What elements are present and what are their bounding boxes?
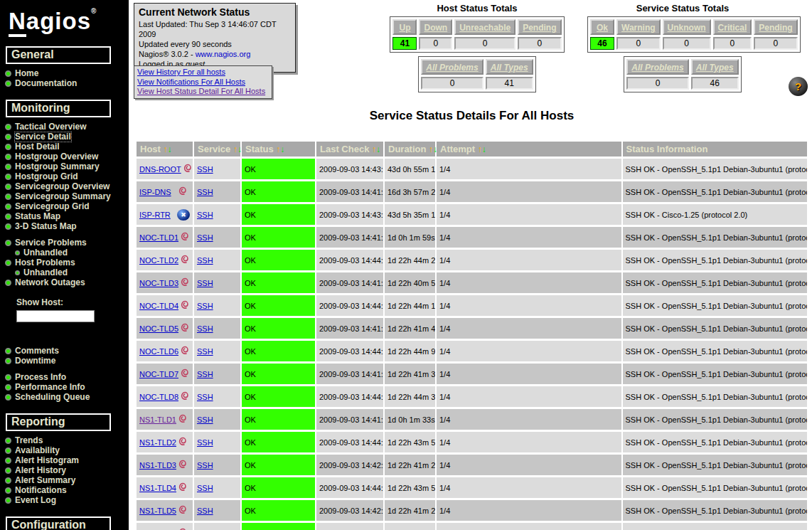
sidebar-item[interactable]: Servicegroup Summary xyxy=(5,192,129,201)
view-link[interactable]: View Notifications For All Hosts xyxy=(137,78,269,88)
host-total-header-link[interactable]: Pending xyxy=(523,23,556,33)
host-link[interactable]: NS1-TLD2 xyxy=(139,438,176,447)
sidebar-item[interactable]: Scheduling Queue xyxy=(5,393,129,402)
sidebar-item[interactable]: Unhandled xyxy=(15,268,129,277)
sidebar-item[interactable]: Alert History xyxy=(5,466,129,475)
service-total-header-link[interactable]: Ok xyxy=(597,23,608,33)
sidebar-item[interactable]: Performance Info xyxy=(5,383,129,392)
attempt-cell: 1/4 xyxy=(437,159,621,179)
sidebar-item[interactable]: Home xyxy=(5,69,129,78)
service-link[interactable]: SSH xyxy=(197,484,213,492)
service-link[interactable]: SSH xyxy=(197,188,213,196)
sidebar-item[interactable]: Service Detail xyxy=(5,132,129,142)
host-total-header-link[interactable]: Unreachable xyxy=(459,23,511,33)
host-total-header-link[interactable]: Up xyxy=(399,23,410,33)
service-link[interactable]: SSH xyxy=(197,324,213,333)
host-link[interactable]: NOC-TLD3 xyxy=(139,279,178,287)
sort-descending-icon[interactable] xyxy=(168,144,172,154)
service-link[interactable]: SSH xyxy=(197,370,213,378)
service-link[interactable]: SSH xyxy=(197,461,213,470)
service-link[interactable]: SSH xyxy=(197,279,213,287)
sidebar-item[interactable]: Hostgroup Summary xyxy=(5,162,129,171)
host-summary-header-link[interactable]: All Types xyxy=(491,63,528,73)
green-dot-icon xyxy=(5,497,11,504)
nagios-org-link[interactable]: www.nagios.org xyxy=(196,50,251,58)
sidebar-item[interactable]: Comments xyxy=(5,346,129,356)
sidebar-item[interactable]: Host Problems xyxy=(5,258,129,267)
host-link[interactable]: ISP-DNS xyxy=(139,188,171,196)
last-check-cell: 2009-09-03 14:44:10 xyxy=(316,295,383,316)
sort-descending-icon[interactable] xyxy=(376,144,380,154)
attempt-cell: 1/4 xyxy=(437,227,621,248)
sidebar-item[interactable]: Availability xyxy=(5,446,129,455)
attempt-cell: 1/4 xyxy=(437,181,621,202)
service-link[interactable]: SSH xyxy=(197,302,213,310)
sort-descending-icon[interactable] xyxy=(237,144,242,154)
sidebar-item[interactable]: Status Map xyxy=(5,212,129,221)
service-total-header-link[interactable]: Unknown xyxy=(668,23,706,33)
sidebar-item[interactable]: Unhandled xyxy=(15,248,129,258)
sidebar-item[interactable]: Trends xyxy=(5,436,129,445)
column-header: Duration xyxy=(385,142,435,157)
sidebar-item[interactable]: Alert Summary xyxy=(5,476,129,485)
status-cell: OK xyxy=(242,500,315,521)
last-check-cell: 2009-09-03 14:44:43 xyxy=(316,523,383,530)
service-total-header-link[interactable]: Pending xyxy=(759,23,792,33)
sidebar-item[interactable]: Tactical Overview xyxy=(5,122,129,132)
host-link[interactable]: DNS-ROOT xyxy=(139,165,181,174)
host-link[interactable]: NS1-TLD3 xyxy=(139,461,176,470)
view-link[interactable]: View Host Status Detail For All Hosts xyxy=(137,87,269,97)
sidebar-item[interactable]: Alert Histogram xyxy=(5,456,129,465)
service-link[interactable]: SSH xyxy=(197,438,213,447)
host-link[interactable]: NOC-TLD4 xyxy=(139,302,178,310)
sidebar-item[interactable]: Notifications xyxy=(5,486,129,495)
sort-descending-icon[interactable] xyxy=(482,144,486,154)
sidebar-item[interactable]: Process Info xyxy=(5,373,129,382)
service-link[interactable]: SSH xyxy=(197,233,213,242)
sidebar-item[interactable]: Documentation xyxy=(5,79,129,88)
status-info-cell: SSH OK - OpenSSH_5.1p1 Debian-3ubuntu1 (… xyxy=(623,227,808,248)
host-link[interactable]: ISP-RTR xyxy=(139,211,171,219)
green-dot-icon xyxy=(5,124,11,130)
host-link[interactable]: NS1-TLD5 xyxy=(139,507,176,515)
host-summary-header-link[interactable]: All Problems xyxy=(426,63,478,73)
host-link[interactable]: NOC-TLD5 xyxy=(139,324,178,333)
host-link[interactable]: NOC-TLD8 xyxy=(139,393,178,401)
service-link[interactable]: SSH xyxy=(197,211,213,219)
service-link[interactable]: SSH xyxy=(197,393,213,401)
last-check-cell: 2009-09-03 14:41:47 xyxy=(316,364,383,384)
view-link[interactable]: View History For all hosts xyxy=(137,68,269,78)
sort-descending-icon[interactable] xyxy=(280,144,284,154)
sidebar-item[interactable]: Servicegroup Overview xyxy=(5,182,129,191)
host-total-header-link[interactable]: Down xyxy=(424,23,447,33)
sidebar-item[interactable]: Hostgroup Grid xyxy=(5,172,129,181)
service-summary-header-link[interactable]: All Problems xyxy=(631,63,683,73)
sidebar-item[interactable]: 3-D Status Map xyxy=(5,222,129,231)
service-link[interactable]: SSH xyxy=(197,256,213,265)
green-dot-icon xyxy=(5,240,11,246)
host-link[interactable]: NOC-TLD6 xyxy=(139,347,178,356)
table-row: NOC-TLD8 SSH OK 2009-09-03 14:44:23 1d 2… xyxy=(137,386,807,407)
host-link[interactable]: NOC-TLD2 xyxy=(139,256,178,265)
sort-descending-icon[interactable] xyxy=(433,144,437,154)
show-host-input[interactable] xyxy=(16,310,95,322)
service-total-header-link[interactable]: Warning xyxy=(621,23,656,33)
service-link[interactable]: SSH xyxy=(197,347,213,356)
host-link[interactable]: NS1-TLD1 xyxy=(139,415,176,424)
host-link[interactable]: NOC-TLD7 xyxy=(139,370,178,378)
sidebar-item[interactable]: Event Log xyxy=(5,496,129,505)
sidebar-item[interactable]: Host Detail xyxy=(5,142,129,152)
service-link[interactable]: SSH xyxy=(197,415,213,424)
sidebar-item[interactable]: Downtime xyxy=(5,356,129,366)
help-icon[interactable]: ? xyxy=(789,77,808,96)
service-link[interactable]: SSH xyxy=(197,165,213,174)
host-link[interactable]: NS1-TLD4 xyxy=(139,484,176,492)
sidebar-item[interactable]: Service Problems xyxy=(5,238,129,248)
host-link[interactable]: NOC-TLD1 xyxy=(139,233,178,242)
service-summary-header-link[interactable]: All Types xyxy=(696,63,734,73)
service-total-header-link[interactable]: Critical xyxy=(718,23,747,33)
sidebar-item[interactable]: Servicegroup Grid xyxy=(5,202,129,211)
service-link[interactable]: SSH xyxy=(197,507,213,515)
sidebar-item[interactable]: Hostgroup Overview xyxy=(5,152,129,161)
sidebar-item[interactable]: Network Outages xyxy=(5,278,129,287)
